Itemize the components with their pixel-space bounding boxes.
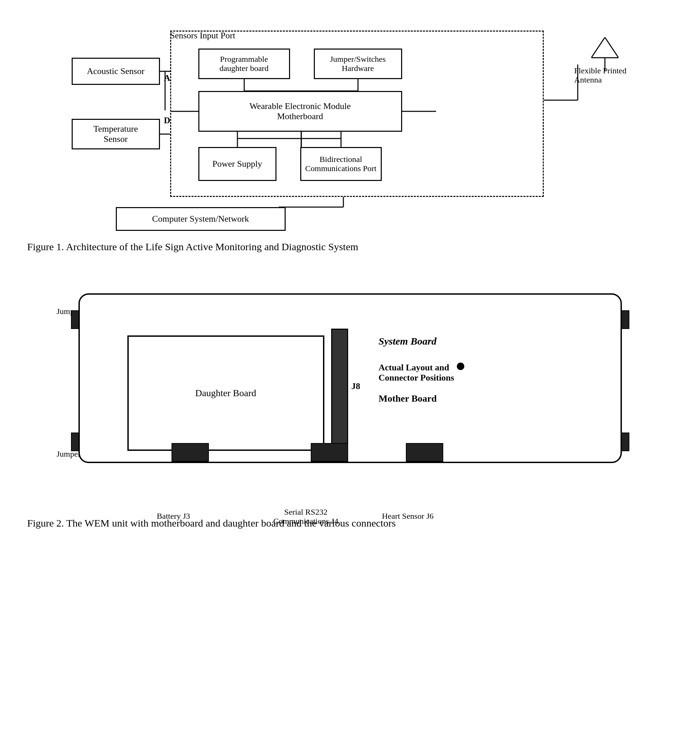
battery-j3-label: Battery J3	[143, 511, 204, 521]
jumper-switches-box: Jumper/Switches Hardware	[314, 48, 402, 79]
diagram2: Jumper J1 Jumper J2 Antenna J5 Temperatu…	[44, 273, 656, 504]
temp-sensor-box: Temperature Sensor	[72, 119, 160, 150]
actual-layout-label: Actual Layout and Connector Positions	[379, 363, 455, 383]
bidir-comms-box: Bidirectional Communications Port	[300, 147, 382, 181]
computer-system-box: Computer System/Network	[116, 207, 286, 231]
figure1-caption: Figure 1. Architecture of the Life Sign …	[27, 241, 673, 253]
wem-box: Wearable Electronic Module Motherboard	[198, 91, 402, 132]
power-supply-box: Power Supply	[198, 147, 277, 181]
antenna-label: Flexible Printed Antenna	[574, 66, 636, 84]
j8-label: J8	[352, 381, 360, 391]
figure1-container: Sensors Input Port Programmable daughter…	[27, 20, 673, 253]
acoustic-sensor-box: Acoustic Sensor	[72, 58, 160, 85]
battery-j3-connector	[172, 443, 209, 462]
figure2-container: Jumper J1 Jumper J2 Antenna J5 Temperatu…	[27, 273, 673, 529]
dashed-outer-box: Programmable daughter board Jumper/Switc…	[170, 31, 544, 197]
main-board: Daughter Board J8 System Board Actual La…	[78, 293, 622, 463]
serial-j4-label: Serial RS232 Communications J4	[269, 508, 344, 526]
serial-j4-connector	[311, 443, 348, 462]
label-a: A	[164, 73, 170, 83]
j8-connector	[331, 329, 348, 458]
figure2-caption: Figure 2. The WEM unit with motherboard …	[27, 518, 673, 529]
prog-daughter-box: Programmable daughter board	[198, 48, 290, 79]
system-board-label: System Board	[379, 335, 437, 347]
mother-board-label: Mother Board	[379, 393, 437, 404]
svg-marker-10	[591, 37, 619, 58]
heart-j6-connector	[406, 443, 443, 462]
dot-marker	[457, 363, 464, 370]
heart-j6-label: Heart Sensor J6	[370, 511, 445, 521]
daughter-board-box: Daughter Board	[127, 335, 324, 451]
diagram1: Sensors Input Port Programmable daughter…	[61, 20, 639, 231]
label-d: D	[164, 115, 170, 126]
